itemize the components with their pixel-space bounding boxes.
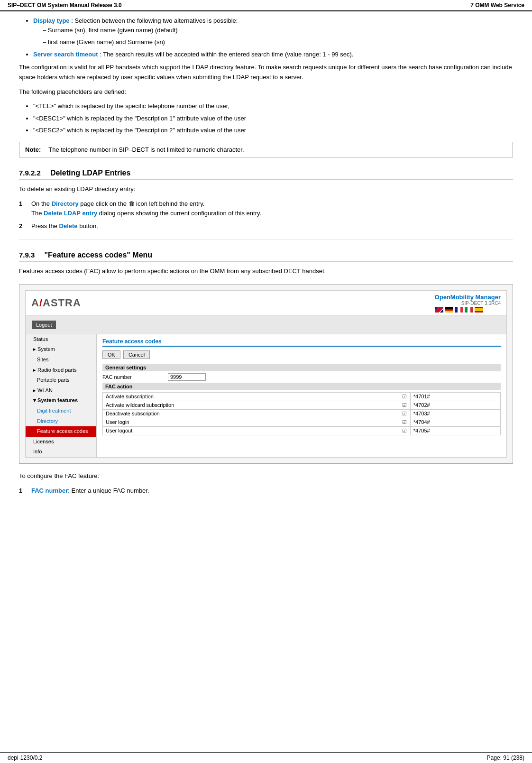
note-label: Note:: [25, 146, 41, 153]
ok-button[interactable]: OK: [102, 350, 120, 359]
display-type-text: : Selection between the following two al…: [71, 17, 238, 24]
step-1: 1 On the Directory page click on the 🗑 i…: [19, 199, 513, 219]
row-deactivate-value[interactable]: *4703#: [410, 409, 500, 418]
omm-title: OpenMobility Manager SIP-DECT 3.0RC4: [435, 294, 501, 313]
step-1-num: 1: [19, 199, 27, 219]
row-logout-check[interactable]: [399, 426, 410, 435]
section-793-title: "Feature access codes" Menu: [44, 251, 152, 259]
configure-step-1-text: FAC number: Enter a unique FAC number.: [31, 486, 149, 496]
row-wildcard-check[interactable]: [399, 401, 410, 409]
configure-step-1: 1 FAC number: Enter a unique FAC number.: [19, 486, 513, 496]
delete-button-ref[interactable]: Delete: [59, 222, 78, 230]
footer-left: depl-1230/0.2: [8, 754, 42, 761]
step-2-text: Press the Delete button.: [31, 221, 98, 231]
general-settings-header: General settings: [102, 364, 501, 371]
flag-fr: [455, 307, 463, 313]
page-footer: depl-1230/0.2 Page: 91 (238): [0, 752, 532, 763]
row-login-label: User login: [103, 418, 399, 426]
ui-page-title: Feature access codes: [102, 338, 501, 347]
cancel-button[interactable]: Cancel: [123, 350, 150, 359]
aastra-logo: A/ASTRA: [31, 297, 81, 309]
ui-body: Status System Sites Radio fixed parts Po…: [26, 334, 506, 457]
flag-it: [465, 307, 473, 313]
main-content: Display type : Selection between the fol…: [0, 11, 532, 527]
intro-bullet-list: Display type : Selection between the fol…: [33, 16, 513, 59]
placeholder-tel: "<TEL>" which is replaced by the specifi…: [33, 101, 513, 111]
ui-btn-row: OK Cancel: [102, 350, 501, 359]
ui-main-area: Feature access codes OK Cancel General s…: [97, 334, 506, 457]
sidebar-item-status[interactable]: Status: [26, 334, 96, 345]
step-2: 2 Press the Delete button.: [19, 221, 513, 231]
ui-inner: A/ASTRA OpenMobility Manager SIP-DECT 3.…: [25, 290, 507, 458]
table-row-wildcard: Activate wildcard subscription *4702#: [103, 401, 501, 409]
footer-right: Page: 91 (238): [487, 754, 524, 761]
row-wildcard-value[interactable]: *4702#: [410, 401, 500, 409]
step-2-num: 2: [19, 221, 27, 231]
section-792-number: 7.9.2.2: [19, 169, 41, 177]
sidebar-item-digit[interactable]: Digit treatment: [26, 406, 96, 416]
logout-button[interactable]: Logout: [32, 321, 56, 329]
fac-number-label: FAC number: [102, 374, 164, 380]
row-deactivate-label: Deactivate subscription: [103, 409, 399, 418]
section-793-header: 7.9.3 "Feature access codes" Menu: [19, 251, 513, 262]
ui-sidebar: Status System Sites Radio fixed parts Po…: [26, 334, 97, 457]
fac-action-table: Activate subscription *4701# Activate wi…: [102, 392, 501, 435]
sidebar-item-licenses[interactable]: Licenses: [26, 437, 96, 447]
flag-es: [475, 307, 483, 313]
sidebar-item-directory[interactable]: Directory: [26, 416, 96, 427]
flag-uk: [435, 307, 443, 313]
sidebar-item-radio[interactable]: Radio fixed parts: [26, 365, 96, 376]
fac-number-ref: FAC number: [31, 487, 68, 494]
fac-action-header: FAC action: [102, 383, 501, 390]
configure-step-1-num: 1: [19, 486, 27, 496]
row-logout-label: User logout: [103, 426, 399, 435]
sidebar-item-sysfeatures[interactable]: System features: [26, 395, 96, 406]
configure-intro: To configure the FAC feature:: [19, 471, 513, 481]
row-activate-check[interactable]: [399, 392, 410, 401]
paragraph-ldap-config: The configuration is valid for all PP ha…: [19, 63, 513, 83]
section-793-intro: Features access codes (FAC) allow to per…: [19, 267, 513, 276]
flag-icons: [435, 307, 501, 313]
section-792-intro: To delete an existing LDAP directory ent…: [19, 184, 513, 194]
placeholder-desc2: "<DESC2>" which is replaced by the "Desc…: [33, 126, 513, 135]
table-row-logout: User logout *4705#: [103, 426, 501, 435]
row-deactivate-check[interactable]: [399, 409, 410, 418]
sidebar-item-sites[interactable]: Sites: [26, 355, 96, 365]
row-login-check[interactable]: [399, 418, 410, 426]
placeholder-desc1: "<DESC1>" which is replaced by the "Desc…: [33, 114, 513, 123]
bullet-server-timeout: Server search timeout : The search resul…: [33, 50, 513, 59]
omm-version-label: SIP-DECT 3.0RC4: [435, 301, 501, 306]
note-box: Note: The telephone number in SIP–DECT i…: [19, 142, 513, 157]
ui-screenshot: A/ASTRA OpenMobility Manager SIP-DECT 3.…: [19, 284, 513, 464]
sidebar-item-system[interactable]: System: [26, 344, 96, 355]
paragraph-placeholders-intro: The following placeholders are defined:: [19, 87, 513, 97]
table-row-deactivate: Deactivate subscription *4703#: [103, 409, 501, 418]
sub-item-surname: Surname (sn), first name (given name) (d…: [43, 26, 513, 35]
table-row-activate: Activate subscription *4701#: [103, 392, 501, 401]
row-activate-value[interactable]: *4701#: [410, 392, 500, 401]
display-type-label: Display type: [33, 17, 70, 24]
row-login-value[interactable]: *4704#: [410, 418, 500, 426]
section-divider: [19, 239, 513, 239]
sidebar-item-wlan[interactable]: WLAN: [26, 386, 96, 396]
row-activate-label: Activate subscription: [103, 392, 399, 401]
omm-name-label: OpenMobility Manager: [435, 294, 501, 301]
sidebar-item-fac[interactable]: Feature access codes: [26, 426, 96, 437]
display-type-subitems: Surname (sn), first name (given name) (d…: [43, 26, 513, 47]
directory-link[interactable]: Directory: [52, 200, 79, 207]
sidebar-item-portable[interactable]: Portable parts: [26, 375, 96, 386]
fac-number-value[interactable]: 9999: [168, 373, 206, 381]
section-792-header: 7.9.2.2 Deleting LDAP Entries: [19, 169, 513, 180]
sidebar-item-info[interactable]: Info: [26, 447, 96, 457]
header-left: SIP–DECT OM System Manual Release 3.0: [8, 2, 122, 9]
row-wildcard-label: Activate wildcard subscription: [103, 401, 399, 409]
placeholder-list: "<TEL>" which is replaced by the specifi…: [33, 101, 513, 135]
section-793-number: 7.9.3: [19, 251, 35, 259]
fac-number-field: FAC number 9999: [102, 373, 501, 381]
fac-table-body: Activate subscription *4701# Activate wi…: [103, 392, 501, 435]
delete-ldap-link[interactable]: Delete LDAP entry: [44, 210, 97, 217]
note-text: The telephone number in SIP–DECT is not …: [48, 146, 244, 153]
flag-de: [445, 307, 453, 313]
bullet-display-type: Display type : Selection between the fol…: [33, 16, 513, 47]
row-logout-value[interactable]: *4705#: [410, 426, 500, 435]
